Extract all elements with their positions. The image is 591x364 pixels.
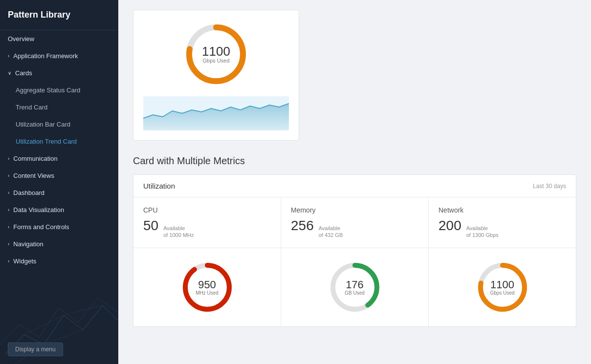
top-single-metric-card: 1100 Gbps Used <box>133 10 299 141</box>
sidebar-item-label: Content Views <box>13 172 54 179</box>
metric-value-row-memory: 256 Available of 432 GB <box>291 218 418 239</box>
sidebar-item-label: Trend Card <box>16 104 47 111</box>
sidebar-item-dashboard[interactable]: ›Dashboard <box>0 184 118 201</box>
multi-card-subtitle: Last 30 days <box>533 183 566 190</box>
metric-label-network: Network <box>438 206 566 214</box>
donut-sm-wrap-memory: 176 GB Used <box>326 258 384 317</box>
sidebar-item-data-visualization[interactable]: ›Data Visualization <box>0 201 118 218</box>
chevron-icon: › <box>8 207 9 213</box>
sidebar-item-aggregate-status-card[interactable]: Aggregate Status Card <box>0 82 118 99</box>
donut-sm-value-cpu: 950 <box>196 279 219 290</box>
sidebar-item-label: Widgets <box>13 257 36 265</box>
donut-sm-wrap-cpu: 950 MHz Used <box>178 258 237 317</box>
chevron-icon: › <box>8 156 9 161</box>
chevron-icon: › <box>8 53 9 59</box>
donut-sm-center-network: 1100 Gbps Used <box>490 279 514 295</box>
multi-card-title: Utilization <box>143 182 175 190</box>
sidebar-item-navigation[interactable]: ›Navigation <box>0 236 118 253</box>
metric-label-memory: Memory <box>291 206 418 214</box>
main-content: 1100 Gbps Used Card with Multiple Metric… <box>118 0 591 364</box>
donut-sm-value-network: 1100 <box>490 279 514 290</box>
donut-col-cpu: 950 MHz Used <box>133 248 281 326</box>
sidebar-item-label: Utilization Trend Card <box>16 138 77 145</box>
donut-sm-value-memory: 176 <box>345 279 365 290</box>
sidebar-item-label: Data Visualization <box>13 206 64 214</box>
metric-avail-memory: Available of 432 GB <box>319 225 343 239</box>
multi-card-donuts: 950 MHz Used 176 GB Used <box>133 248 576 326</box>
top-donut-center: 1100 Gbps Used <box>202 45 230 64</box>
metric-value-memory: 256 <box>291 218 314 234</box>
metric-avail-network: Available of 1300 Gbps <box>466 225 499 239</box>
metric-col-cpu: CPU 50 Available of 1000 MHz <box>133 197 281 248</box>
chevron-icon: ∨ <box>8 70 11 76</box>
sidebar-item-forms-and-controls[interactable]: ›Forms and Controls <box>0 218 118 236</box>
metric-value-network: 200 <box>438 218 461 234</box>
sidebar-item-label: Navigation <box>13 240 43 248</box>
svg-line-2 <box>64 305 103 315</box>
sidebar-item-communication[interactable]: ›Communication <box>0 150 118 167</box>
metric-value-row-cpu: 50 Available of 1000 MHz <box>143 218 271 239</box>
top-donut-wrap: 1100 Gbps Used <box>182 20 250 88</box>
sidebar-item-content-views[interactable]: ›Content Views <box>0 167 118 184</box>
donut-sm-label-network: Gbps Used <box>490 290 514 295</box>
multi-metric-card: Utilization Last 30 days CPU 50 Availabl… <box>133 174 576 327</box>
top-donut-label: Gbps Used <box>202 58 230 64</box>
donut-sm-wrap-network: 1100 Gbps Used <box>473 258 532 317</box>
donut-col-network: 1100 Gbps Used <box>429 248 576 326</box>
sidebar-item-label: Overview <box>8 35 34 43</box>
sidebar-title: Pattern Library <box>0 0 118 30</box>
donut-sm-center-cpu: 950 MHz Used <box>196 279 219 295</box>
donut-sm-center-memory: 176 GB Used <box>345 279 365 295</box>
sidebar-item-label: Forms and Controls <box>13 223 69 231</box>
sidebar-item-label: Dashboard <box>13 189 44 196</box>
metric-col-memory: Memory 256 Available of 432 GB <box>281 197 429 248</box>
chevron-icon: › <box>8 258 9 264</box>
display-menu-button[interactable]: Display a menu <box>8 343 63 356</box>
sidebar-item-label: Application Framework <box>13 52 78 60</box>
metric-value-row-network: 200 Available of 1300 Gbps <box>438 218 566 239</box>
sidebar-item-overview[interactable]: Overview <box>0 30 118 47</box>
sidebar-item-label: Utilization Bar Card <box>16 121 70 128</box>
sidebar-item-application-framework[interactable]: ›Application Framework <box>0 47 118 64</box>
top-donut-container: 1100 Gbps Used <box>143 20 289 88</box>
metric-avail-cpu: Available of 1000 MHz <box>163 225 194 239</box>
sidebar-item-cards[interactable]: ∨Cards <box>0 64 118 82</box>
sidebar-item-label: Cards <box>15 69 32 77</box>
section-heading: Card with Multiple Metrics <box>133 155 576 167</box>
chevron-icon: › <box>8 224 9 230</box>
sidebar-item-trend-card[interactable]: Trend Card <box>0 99 118 116</box>
metric-col-network: Network 200 Available of 1300 Gbps <box>429 197 576 248</box>
top-area-chart <box>143 96 289 130</box>
metric-label-cpu: CPU <box>143 206 271 214</box>
donut-sm-label-memory: GB Used <box>345 290 365 295</box>
chevron-icon: › <box>8 173 9 178</box>
multi-card-header: Utilization Last 30 days <box>133 175 576 197</box>
top-donut-value: 1100 <box>202 45 230 58</box>
sidebar-item-utilization-bar-card[interactable]: Utilization Bar Card <box>0 116 118 133</box>
svg-line-1 <box>24 315 64 335</box>
sidebar-item-label: Communication <box>13 155 57 162</box>
sidebar-item-utilization-trend-card[interactable]: Utilization Trend Card <box>0 133 118 150</box>
sidebar-item-label: Aggregate Status Card <box>16 86 80 94</box>
donut-sm-label-cpu: MHz Used <box>196 290 219 295</box>
donut-col-memory: 176 GB Used <box>281 248 429 326</box>
chevron-icon: › <box>8 241 9 247</box>
chevron-icon: › <box>8 190 9 195</box>
metric-value-cpu: 50 <box>143 218 158 234</box>
multi-card-body: CPU 50 Available of 1000 MHz Memory 256 … <box>133 197 576 248</box>
sidebar: Pattern Library Overview›Application Fra… <box>0 0 118 364</box>
